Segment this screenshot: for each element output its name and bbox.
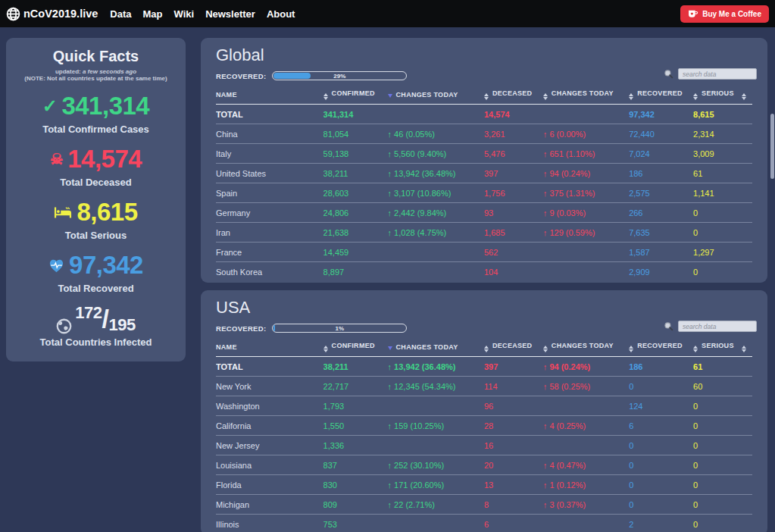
column-header-recovered[interactable]: RECOVERED [629,338,693,357]
cell-changes-deceased: ↑ 58 (0.25%) [543,377,629,396]
table-row-france: France14,4595621,5871,297 [216,243,752,262]
cell-changes-deceased: ↑ 651 (1.10%) [543,144,629,164]
cell-name: France [216,243,323,262]
cell-spacer [742,124,752,144]
column-header-changes-today[interactable]: CHANGES TODAY [388,86,484,105]
coffee-button-label: Buy Me a Coffee [702,10,761,18]
cell-deceased: 1,756 [484,183,543,203]
column-header-changes-today[interactable]: CHANGES TODAY [543,86,629,105]
cell-deceased: 114 [484,377,543,396]
cell-deceased: 562 [484,243,543,262]
cell-confirmed: 24,806 [323,203,388,223]
table-row-new-jersey: New Jersey1,3361600 [216,436,752,455]
column-header-deceased[interactable]: DECEASED [484,86,543,105]
cell-name: Spain [216,183,323,203]
cell-confirmed: 38,211 [323,164,388,183]
nav-item-data[interactable]: Data [110,8,131,20]
cell-deceased: 13 [484,475,543,495]
cell-changes-confirmed: ↑ 159 (10.25%) [388,416,484,436]
cell-confirmed: 38,211 [323,357,388,377]
cell-changes-confirmed: ↑ 1,028 (4.75%) [388,223,484,243]
nav-item-about[interactable]: About [267,8,295,20]
cell-name: United States [216,164,323,183]
updated-text: updated: a few seconds ago [14,68,178,75]
stat-deceased-value: 14,574 [67,145,142,174]
column-header-recovered[interactable]: RECOVERED [629,86,693,105]
global-search-input[interactable] [678,68,757,80]
table-row-south-korea: South Korea8,8971042,9090 [216,262,752,282]
skull-icon: ☠ [50,152,63,167]
column-header-confirmed[interactable]: CONFIRMED [323,86,388,105]
cell-recovered: 186 [629,164,693,183]
cell-confirmed: 22,717 [323,377,388,396]
nav-item-map[interactable]: Map [143,8,163,20]
buy-me-a-coffee-button[interactable]: Buy Me a Coffee [680,5,769,23]
cell-changes-deceased [543,262,629,282]
nav-item-newsletter[interactable]: Newsletter [205,8,255,20]
cell-serious: 61 [693,357,742,377]
check-icon: ✓ [42,95,58,117]
bed-icon [54,206,72,219]
quick-facts-title: Quick Facts [14,48,178,65]
brand-link[interactable]: nCoV2019.live [6,7,98,21]
sort-icon [742,93,746,100]
cell-name: New Jersey [216,436,323,455]
cell-recovered: 266 [629,203,693,223]
cell-spacer [742,455,752,475]
cell-deceased: 96 [484,396,543,416]
cell-changes-confirmed [388,396,484,416]
stat-countries-label: Total Countries Infected [14,336,178,348]
cell-name: Louisiana [216,455,323,475]
table-row-china: China81,054↑ 46 (0.05%)3,261↑ 6 (0.00%)7… [216,124,752,144]
cell-changes-confirmed: ↑ 13,942 (36.48%) [388,164,484,183]
usa-search-input[interactable] [678,321,757,332]
cell-spacer [742,243,752,262]
cell-deceased: 3,261 [484,124,543,144]
cell-serious: 0 [693,515,742,532]
cell-serious: 1,297 [693,243,742,262]
column-header-confirmed[interactable]: CONFIRMED [323,338,388,357]
column-header-serious[interactable]: SERIOUS [693,338,742,357]
coffee-cup-icon [688,10,698,18]
usa-section-title: USA [216,298,752,318]
recovered-label: RECOVERED: [216,324,266,333]
column-header-name[interactable]: NAME [216,338,323,357]
globe-logo-icon [6,7,20,21]
stat-deceased: ☠ 14,574 Total Deceased [14,145,178,188]
sort-icon [323,346,328,352]
table-row-united-states: United States38,211↑ 13,942 (36.48%)397↑… [216,164,752,183]
cell-serious: 0 [693,455,742,475]
cell-serious: 0 [693,203,742,223]
cell-recovered: 2,575 [629,183,693,203]
cell-name: TOTAL [216,357,323,377]
cell-serious: 0 [693,416,742,436]
usa-search [664,321,757,332]
cell-spacer [742,377,752,396]
cell-changes-confirmed: ↑ 46 (0.05%) [388,124,484,144]
column-header-extra[interactable] [742,338,752,357]
column-header-serious[interactable]: SERIOUS [693,86,742,105]
sort-icon [629,93,633,100]
cell-spacer [742,203,752,223]
cell-serious: 1,141 [693,183,742,203]
table-row-spain: Spain28,603↑ 3,107 (10.86%)1,756↑ 375 (1… [216,183,752,203]
cell-recovered: 2 [629,515,693,532]
cell-deceased: 104 [484,262,543,282]
column-header-changes-today[interactable]: CHANGES TODAY [543,338,629,357]
page-scrollbar-thumb[interactable] [770,114,774,179]
nav-item-wiki[interactable]: Wiki [174,8,195,20]
table-row-michigan: Michigan809↑ 22 (2.71%)8↑ 3 (0.37%)00 [216,495,752,515]
table-row-florida: Florida830↑ 171 (20.60%)13↑ 1 (0.12%)00 [216,475,752,495]
cell-changes-deceased: ↑ 94 (0.24%) [543,357,629,377]
cell-changes-confirmed [388,262,484,282]
globe-icon [56,318,72,334]
stat-deceased-label: Total Deceased [14,177,178,188]
column-header-deceased[interactable]: DECEASED [484,338,543,357]
column-header-extra[interactable] [742,86,752,105]
cell-changes-deceased: ↑ 375 (1.31%) [543,183,629,203]
column-header-changes-today[interactable]: CHANGES TODAY [388,338,484,357]
sort-icon [629,346,633,352]
cell-name: Germany [216,203,323,223]
cell-changes-confirmed [388,243,484,262]
column-header-name[interactable]: NAME [216,86,323,105]
